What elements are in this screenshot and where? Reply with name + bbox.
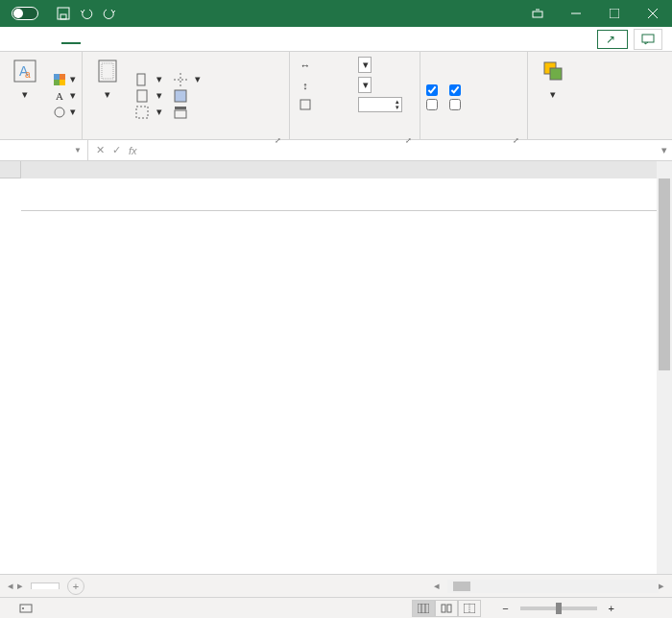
svg-rect-35 (447, 605, 451, 612)
dialog-launcher-icon[interactable]: ⤢ (513, 136, 519, 145)
svg-point-30 (22, 607, 24, 609)
effects-button[interactable]: ▾ (50, 105, 79, 120)
month-title (21, 178, 657, 211)
sheet-next-icon[interactable]: ▸ (17, 580, 23, 592)
hscroll-right-icon[interactable]: ▸ (659, 580, 672, 592)
svg-rect-20 (136, 107, 148, 118)
expand-formula-icon[interactable]: ▾ (657, 140, 672, 160)
svg-rect-12 (60, 74, 65, 80)
fonts-icon: A (53, 89, 66, 103)
themes-button[interactable]: Aa ▾ (6, 56, 44, 135)
enter-icon[interactable]: ✓ (112, 144, 121, 156)
ribbon-display-icon[interactable] (518, 0, 557, 27)
colors-icon (53, 73, 66, 86)
margins-icon (94, 58, 121, 84)
tab-review[interactable] (119, 36, 138, 43)
tab-home[interactable] (23, 36, 42, 43)
sheet-prev-icon[interactable]: ◂ (8, 580, 13, 592)
save-icon[interactable] (56, 6, 71, 21)
spreadsheet-grid[interactable] (0, 161, 672, 574)
svg-rect-29 (20, 605, 32, 612)
print-titles-button[interactable] (171, 105, 204, 120)
svg-rect-7 (642, 35, 654, 42)
page-break-view-icon[interactable] (458, 600, 481, 617)
cells-area[interactable] (21, 178, 672, 574)
arrange-icon (540, 58, 566, 84)
zoom-out-icon[interactable]: − (502, 603, 508, 614)
gridlines-print-check[interactable] (426, 99, 442, 110)
breaks-icon (174, 73, 187, 86)
group-themes: Aa ▾ ▾ A▾ ▾ (0, 52, 83, 139)
macro-record-icon[interactable] (19, 602, 33, 615)
headings-view-check[interactable] (449, 84, 465, 96)
autosave-toggle[interactable] (0, 7, 46, 20)
select-all-corner[interactable] (0, 161, 21, 178)
zoom-thumb[interactable] (556, 603, 562, 614)
formula-bar: ▼ ✕ ✓ fx ▾ (0, 140, 672, 161)
tab-insert[interactable] (42, 36, 61, 43)
svg-rect-19 (137, 90, 147, 102)
svg-rect-14 (60, 80, 65, 85)
svg-rect-34 (442, 605, 445, 612)
background-button[interactable] (171, 88, 204, 104)
orientation-button[interactable]: ▾ (132, 72, 165, 87)
page-layout-view-icon[interactable] (435, 600, 458, 617)
zoom-in-icon[interactable]: + (609, 603, 614, 614)
sheet-tab-bar: ◂ ▸ + ◂ ▸ (0, 574, 672, 597)
group-label (534, 135, 572, 137)
colors-button[interactable]: ▾ (50, 72, 79, 87)
close-icon[interactable] (634, 0, 672, 27)
background-icon (174, 89, 187, 103)
column-headers[interactable] (21, 161, 657, 178)
height-combo[interactable]: ▾ (358, 77, 372, 93)
arrange-button[interactable]: ▾ (534, 56, 572, 135)
formula-input[interactable] (145, 140, 657, 160)
fonts-button[interactable]: A▾ (50, 88, 79, 104)
name-box[interactable]: ▼ (0, 140, 88, 160)
vertical-scrollbar[interactable] (657, 161, 672, 574)
add-sheet-button[interactable]: + (67, 578, 84, 595)
undo-icon[interactable] (79, 6, 94, 21)
margins-button[interactable]: ▾ (88, 56, 127, 135)
print-area-button[interactable]: ▾ (132, 105, 165, 120)
scrollbar-thumb[interactable] (659, 178, 670, 370)
horizontal-scrollbar[interactable] (447, 580, 659, 593)
share-icon: ↗ (606, 33, 615, 46)
size-icon (135, 89, 149, 103)
dialog-launcher-icon[interactable]: ⤢ (405, 136, 412, 145)
gridlines-view-check[interactable] (426, 84, 442, 96)
comments-button[interactable] (634, 29, 662, 50)
group-sheet-options: ⤢ (420, 52, 528, 139)
scrollbar-thumb[interactable] (453, 582, 470, 591)
quick-access-toolbar (46, 6, 127, 21)
width-combo[interactable]: ▾ (358, 57, 372, 73)
svg-rect-11 (54, 74, 60, 80)
tab-data[interactable] (100, 36, 119, 43)
scale-spinner[interactable]: ▴▾ (358, 97, 402, 112)
fx-icon[interactable]: fx (129, 145, 137, 156)
zoom-slider[interactable] (520, 606, 597, 610)
hscroll-left-icon[interactable]: ◂ (434, 580, 447, 592)
toggle-switch-icon (12, 7, 38, 20)
svg-rect-13 (54, 80, 60, 85)
redo-icon[interactable] (102, 6, 117, 21)
headings-print-check[interactable] (449, 99, 465, 110)
group-page-setup: ▾ ▾ ▾ ▾ ▾ ⤢ (83, 52, 290, 139)
size-button[interactable]: ▾ (132, 88, 165, 104)
tab-formulas[interactable] (81, 36, 100, 43)
share-button[interactable]: ↗ (597, 30, 628, 49)
cancel-icon[interactable]: ✕ (96, 144, 105, 156)
minimize-icon[interactable] (557, 0, 595, 27)
breaks-button[interactable]: ▾ (171, 72, 204, 87)
sheet-tab[interactable] (31, 582, 60, 589)
dialog-launcher-icon[interactable]: ⤢ (275, 136, 281, 145)
tab-page-layout[interactable] (61, 35, 81, 44)
orientation-icon (135, 73, 149, 86)
tab-file[interactable] (4, 36, 23, 43)
svg-rect-2 (533, 12, 542, 17)
normal-view-icon[interactable] (412, 600, 435, 617)
tab-help[interactable] (157, 36, 177, 43)
maximize-icon[interactable] (595, 0, 634, 27)
tab-view[interactable] (138, 36, 157, 43)
svg-rect-31 (418, 604, 429, 613)
